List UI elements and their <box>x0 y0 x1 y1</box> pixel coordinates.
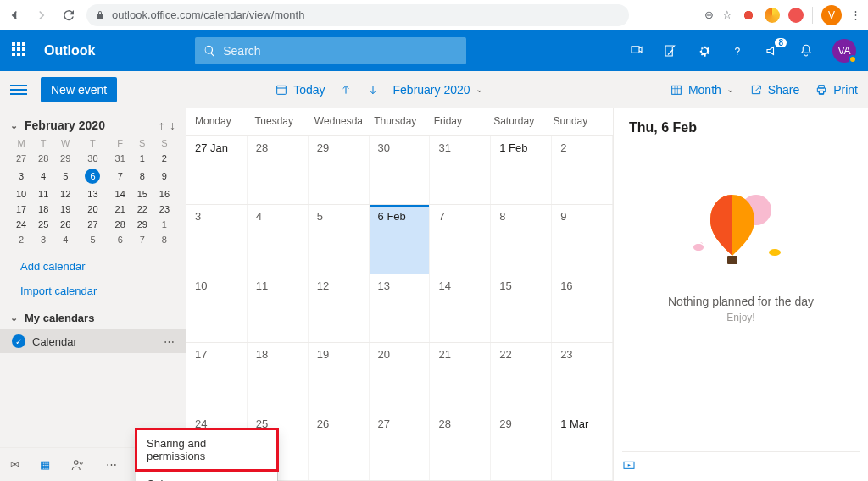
calendar-cell[interactable]: 18 <box>248 343 309 411</box>
calendar-cell[interactable]: 9 <box>552 205 613 273</box>
settings-icon[interactable] <box>697 43 712 58</box>
calendar-cell[interactable]: 23 <box>552 343 613 411</box>
calendar-cell[interactable]: 27 <box>370 412 431 480</box>
add-page-icon[interactable]: ⊕ <box>704 8 714 21</box>
url-text: outlook.office.com/calendar/view/month <box>112 8 304 21</box>
calendar-cell[interactable]: 16 <box>552 274 613 342</box>
calendar-context-menu: Sharing and permissions Colour› Charm› <box>136 428 278 481</box>
calendar-cell[interactable]: 12 <box>309 274 370 342</box>
svg-rect-2 <box>672 86 682 94</box>
calendar-cell[interactable]: 14 <box>430 274 491 342</box>
play-slideshow-icon[interactable] <box>622 459 860 473</box>
chrome-avatar[interactable]: V <box>821 5 842 25</box>
calendar-cell[interactable]: 5 <box>309 205 370 273</box>
notes-icon[interactable] <box>663 43 678 58</box>
ctx-sharing-permissions[interactable]: Sharing and permissions <box>136 429 277 470</box>
mini-next-icon[interactable]: ↓ <box>170 119 175 132</box>
hamburger-icon[interactable] <box>10 85 27 95</box>
calendar-color-dot <box>12 334 25 348</box>
help-icon[interactable]: ? <box>731 43 746 58</box>
ext-icon-3[interactable] <box>788 8 804 23</box>
view-picker[interactable]: Month ⌄ <box>670 83 734 97</box>
ext-icon-1[interactable] <box>741 8 756 23</box>
people-icon[interactable] <box>70 457 86 473</box>
chevron-down-icon: ⌄ <box>10 312 18 323</box>
calendar-cell[interactable]: 21 <box>430 343 491 411</box>
mini-prev-icon[interactable]: ↑ <box>159 119 164 132</box>
calendar-cell[interactable]: 22 <box>491 343 552 411</box>
forward-icon[interactable] <box>34 8 49 23</box>
calendar-cell[interactable]: 20 <box>370 343 431 411</box>
print-button[interactable]: Print <box>815 83 858 97</box>
calendar-cell[interactable]: 27 Jan <box>186 136 248 204</box>
calendar-grid: MondayTuesdayWednesdaThursdayFridaySatur… <box>186 108 614 481</box>
command-bar: New event Today February 2020 ⌄ Month ⌄ … <box>0 71 868 108</box>
calendar-cell[interactable]: 29 <box>491 412 552 480</box>
dow-cell: Wednesda <box>314 115 374 127</box>
today-button[interactable]: Today <box>275 83 325 97</box>
url-bar[interactable]: outlook.office.com/calendar/view/month <box>86 4 629 26</box>
svg-rect-6 <box>727 256 737 264</box>
search-box[interactable] <box>195 37 466 64</box>
calendar-cell[interactable]: 28 <box>248 136 309 204</box>
new-event-button[interactable]: New event <box>41 77 117 102</box>
user-avatar[interactable]: VA <box>832 39 856 63</box>
search-input[interactable] <box>223 44 458 58</box>
calendar-cell[interactable]: 7 <box>430 205 491 273</box>
prev-period-button[interactable] <box>339 83 353 97</box>
star-icon[interactable]: ☆ <box>722 8 732 21</box>
calendar-cell[interactable]: 31 <box>430 136 491 204</box>
bell-icon[interactable] <box>798 43 814 58</box>
mini-calendar[interactable]: MTWTFSS272829303112345678910111213141516… <box>0 135 186 254</box>
add-calendar-link[interactable]: Add calendar <box>0 254 186 279</box>
mini-cal-header[interactable]: ⌄ February 2020 ↑↓ <box>0 115 186 135</box>
browser-toolbar: outlook.office.com/calendar/view/month ⊕… <box>0 0 868 30</box>
svg-point-4 <box>80 462 82 464</box>
my-calendars-section[interactable]: ⌄My calendars <box>0 303 186 329</box>
calendar-cell[interactable]: 1 Mar <box>552 412 613 480</box>
badge-count: 8 <box>775 38 787 47</box>
lock-icon <box>95 10 105 20</box>
calendar-cell[interactable]: 19 <box>309 343 370 411</box>
calendar-cell[interactable]: 26 <box>309 412 370 480</box>
calendar-item[interactable]: Calendar ⋯ <box>0 329 186 353</box>
chevron-down-icon: ⌄ <box>726 84 734 95</box>
calendar-cell[interactable]: 1 Feb <box>491 136 552 204</box>
period-picker[interactable]: February 2020 ⌄ <box>393 83 483 97</box>
calendar-cell[interactable]: 10 <box>186 274 248 342</box>
calendar-cell[interactable]: 15 <box>491 274 552 342</box>
import-calendar-link[interactable]: Import calendar <box>0 279 186 303</box>
calendar-cell[interactable]: 6 Feb <box>370 205 431 273</box>
calendar-cell[interactable]: 11 <box>248 274 309 342</box>
ext-icon-2[interactable] <box>765 8 780 23</box>
calendar-cell[interactable]: 4 <box>248 205 309 273</box>
calendar-cell[interactable]: 8 <box>491 205 552 273</box>
dow-cell: Tuesday <box>254 115 314 127</box>
app-launcher-icon[interactable] <box>12 42 29 59</box>
empty-text: Nothing planned for the day <box>668 295 814 308</box>
calendar-icon[interactable]: ▦ <box>40 458 50 471</box>
next-period-button[interactable] <box>366 83 380 97</box>
calendar-cell[interactable]: 29 <box>309 136 370 204</box>
calendar-cell[interactable]: 17 <box>186 343 248 411</box>
calendar-week-row: 17181920212223 <box>186 343 613 412</box>
chrome-menu-icon[interactable]: ⋮ <box>850 8 861 21</box>
calendar-cell[interactable]: 13 <box>370 274 431 342</box>
empty-subtext: Enjoy! <box>726 312 754 323</box>
calendar-more-icon[interactable]: ⋯ <box>164 335 175 348</box>
share-button[interactable]: Share <box>749 83 799 97</box>
calendar-cell[interactable]: 2 <box>552 136 613 204</box>
presence-icon <box>849 55 857 64</box>
calendar-cell[interactable]: 28 <box>430 412 491 480</box>
reload-icon[interactable] <box>61 8 76 23</box>
mail-icon[interactable]: ✉ <box>10 458 19 471</box>
calendar-cell[interactable]: 3 <box>186 205 248 273</box>
ctx-colour[interactable]: Colour› <box>136 470 277 481</box>
svg-point-3 <box>75 460 79 464</box>
calendar-week-row: 10111213141516 <box>186 274 613 343</box>
more-apps-icon[interactable]: ⋯ <box>106 458 117 471</box>
announce-icon[interactable]: 8 <box>765 43 780 58</box>
back-icon[interactable] <box>7 8 22 23</box>
calendar-cell[interactable]: 30 <box>370 136 431 204</box>
teams-icon[interactable] <box>629 43 644 58</box>
